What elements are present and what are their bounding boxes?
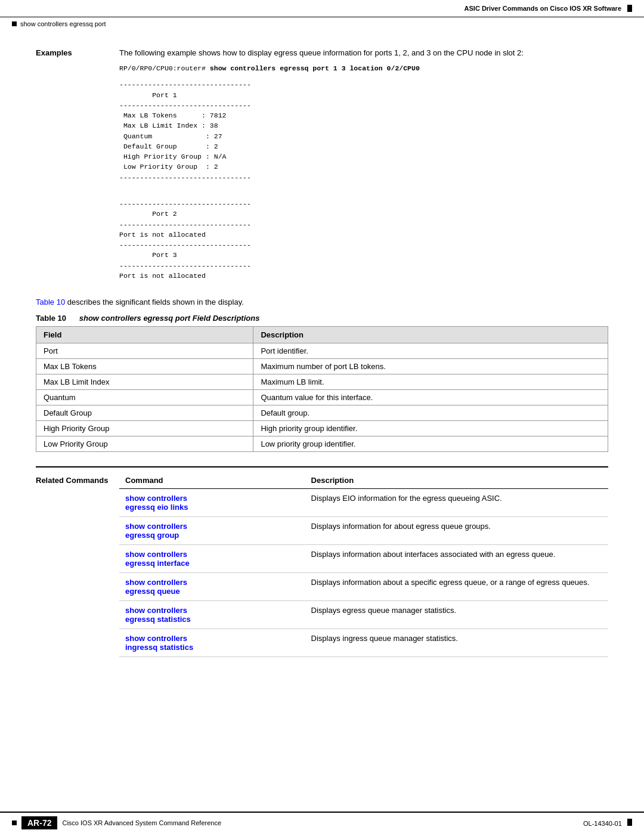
examples-body: The following example shows how to displ… <box>119 48 608 287</box>
field-name-cell: Low Priority Group <box>36 436 253 452</box>
related-cmd-cell: show controllersegressq interface <box>119 545 305 573</box>
related-body: Command Description show controllersegre… <box>119 473 608 657</box>
field-desc-cell: High priority group identifier. <box>253 421 608 436</box>
field-col-header: Field <box>36 327 253 343</box>
cmd-line1[interactable]: show controllers <box>125 578 299 587</box>
cmd-line1[interactable]: show controllers <box>125 522 299 531</box>
table-row: Default GroupDefault group. <box>36 405 608 421</box>
field-name-cell: Max LB Limit Index <box>36 374 253 390</box>
cmd-line2[interactable]: egressq queue <box>125 587 299 596</box>
related-desc-cell: Displays egress queue manager statistics… <box>305 601 608 629</box>
list-item: show controllersegressq interfaceDisplay… <box>119 545 608 573</box>
examples-command: RP/0/RP0/CPU0:router# show controllers e… <box>119 63 608 73</box>
field-desc-cell: Low priority group identifier. <box>253 436 608 452</box>
footer-right: OL-14340-01 <box>583 819 632 827</box>
page-header: ASIC Driver Commands on Cisco IOS XR Sof… <box>0 0 644 17</box>
cmd-line1[interactable]: show controllers <box>125 494 299 503</box>
field-name-cell: High Priority Group <box>36 421 253 436</box>
related-desc-cell: Displays information for about egress qu… <box>305 517 608 545</box>
related-cmd-cell: show controllersegressq eio links <box>119 489 305 517</box>
footer-bullet-icon <box>12 820 17 825</box>
table-ref: Table 10 describes the significant field… <box>36 298 608 306</box>
table-row: QuantumQuantum value for this interface. <box>36 390 608 405</box>
footer-left: AR-72 Cisco IOS XR Advanced System Comma… <box>12 816 221 829</box>
list-item: show controllersingressq statisticsDispl… <box>119 629 608 657</box>
cmd-line2[interactable]: egressq group <box>125 531 299 540</box>
related-cmd-cell: show controllersegressq queue <box>119 573 305 601</box>
cmd-line2[interactable]: egressq eio links <box>125 503 299 512</box>
field-desc-cell: Default group. <box>253 405 608 421</box>
field-desc-cell: Maximum number of port LB tokens. <box>253 359 608 374</box>
command-bold: show controllers egressq port 1 3 locati… <box>210 64 420 72</box>
related-label: Related Commands <box>36 473 119 657</box>
port2-block: -------------------------------- Port 2 … <box>119 188 608 281</box>
cmd-line2[interactable]: egressq interface <box>125 559 299 568</box>
command-prefix: RP/0/RP0/CPU0:router# <box>119 64 210 72</box>
table-row: Max LB Limit IndexMaximum LB limit. <box>36 374 608 390</box>
field-name-cell: Max LB Tokens <box>36 359 253 374</box>
page-footer: AR-72 Cisco IOS XR Advanced System Comma… <box>0 812 644 833</box>
main-content: Examples The following example shows how… <box>0 30 644 675</box>
field-desc-cell: Port identifier. <box>253 343 608 359</box>
related-desc-cell: Displays ingress queue manager statistic… <box>305 629 608 657</box>
related-section: Related Commands Command Description sho… <box>36 466 608 657</box>
field-name-cell: Port <box>36 343 253 359</box>
field-desc-cell: Maximum LB limit. <box>253 374 608 390</box>
examples-intro: The following example shows how to displ… <box>119 48 524 57</box>
related-desc-cell: Displays EIO information for the egress … <box>305 489 608 517</box>
related-desc-cell: Displays information about a specific eg… <box>305 573 608 601</box>
cmd-line1[interactable]: show controllers <box>125 550 299 559</box>
table-caption-num: Table 10 <box>36 314 66 323</box>
table-row: Max LB TokensMaximum number of port LB t… <box>36 359 608 374</box>
cmd-line2[interactable]: ingressq statistics <box>125 643 299 652</box>
table-caption: Table 10 show controllers egressq port F… <box>36 314 608 323</box>
related-cmd-cell: show controllersingressq statistics <box>119 629 305 657</box>
related-cmd-header: Command <box>119 473 305 489</box>
subheader-text: show controllers egressq port <box>20 20 106 27</box>
field-name-cell: Quantum <box>36 390 253 405</box>
field-table: Field Description PortPort identifier.Ma… <box>36 326 608 452</box>
port1-block: -------------------------------- Port 1 … <box>119 79 608 182</box>
table-row: PortPort identifier. <box>36 343 608 359</box>
cmd-line2[interactable]: egressq statistics <box>125 615 299 624</box>
table-ref-link[interactable]: Table 10 <box>36 298 65 306</box>
page: ASIC Driver Commands on Cisco IOS XR Sof… <box>0 0 644 833</box>
subheader: show controllers egressq port <box>0 17 644 30</box>
examples-label: Examples <box>36 48 119 287</box>
list-item: show controllersegressq queueDisplays in… <box>119 573 608 601</box>
footer-doc-number: OL-14340-01 <box>583 820 622 827</box>
header-rule <box>627 5 632 12</box>
related-desc-header: Description <box>305 473 608 489</box>
footer-center-text: Cisco IOS XR Advanced System Command Ref… <box>62 819 221 826</box>
examples-section: Examples The following example shows how… <box>36 48 608 287</box>
header-title: ASIC Driver Commands on Cisco IOS XR Sof… <box>465 5 621 12</box>
related-desc-cell: Displays information about interfaces as… <box>305 545 608 573</box>
subheader-bullet-icon <box>12 21 17 26</box>
cmd-line1[interactable]: show controllers <box>125 634 299 643</box>
related-cmd-cell: show controllersegressq statistics <box>119 601 305 629</box>
field-desc-cell: Quantum value for this interface. <box>253 390 608 405</box>
cmd-line1[interactable]: show controllers <box>125 606 299 615</box>
field-name-cell: Default Group <box>36 405 253 421</box>
table-ref-rest: describes the significant fields shown i… <box>65 298 244 306</box>
footer-rule-icon <box>627 819 632 826</box>
list-item: show controllersegressq statisticsDispla… <box>119 601 608 629</box>
list-item: show controllersegressq groupDisplays in… <box>119 517 608 545</box>
table-row: High Priority GroupHigh priority group i… <box>36 421 608 436</box>
desc-col-header: Description <box>253 327 608 343</box>
table-row: Low Priority GroupLow priority group ide… <box>36 436 608 452</box>
list-item: show controllersegressq eio linksDisplay… <box>119 489 608 517</box>
related-table: Command Description show controllersegre… <box>119 473 608 657</box>
table-caption-title: show controllers egressq port Field Desc… <box>79 314 260 323</box>
footer-badge: AR-72 <box>21 816 57 829</box>
related-cmd-cell: show controllersegressq group <box>119 517 305 545</box>
